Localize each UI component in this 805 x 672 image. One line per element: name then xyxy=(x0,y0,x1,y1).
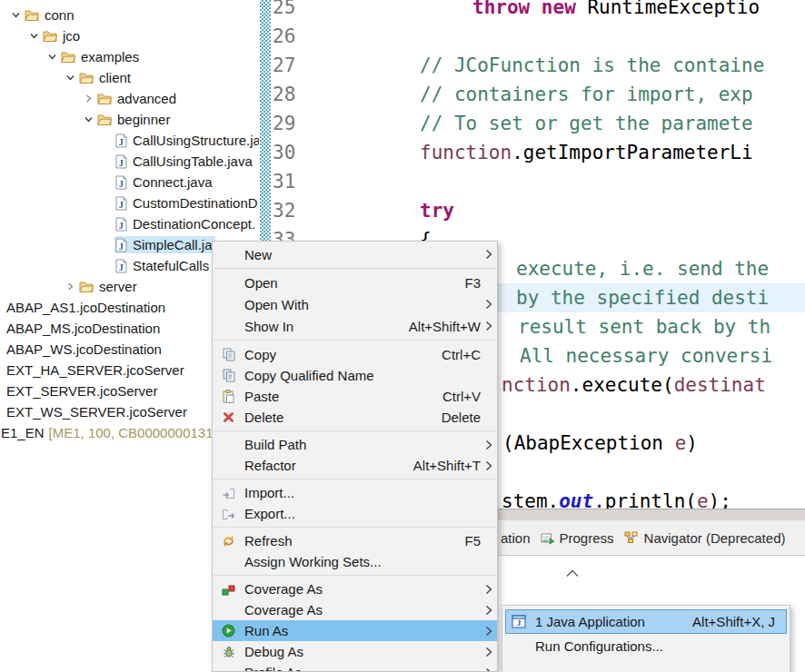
menu-item-copy[interactable]: CopyCtrl+C xyxy=(213,343,497,365)
menu-item-debug-as[interactable]: Debug As xyxy=(213,641,497,662)
tree-item-server[interactable]: server xyxy=(62,276,140,297)
line-number: 26 xyxy=(273,22,309,51)
tree-item-conn[interactable]: conn xyxy=(7,5,77,25)
tree-item-simplecall[interactable]: JSimpleCall.ja xyxy=(98,234,215,255)
chevron-right-icon[interactable] xyxy=(80,92,96,106)
menu-item-profile-as[interactable]: Profile As xyxy=(213,662,497,672)
submenu-arrow-icon xyxy=(481,321,497,331)
tab-declaration-partial[interactable]: ation xyxy=(501,530,531,546)
menu-item-delete[interactable]: DeleteDelete xyxy=(213,407,497,428)
copy-qualified-icon xyxy=(221,369,236,382)
tree-item-abap-ms[interactable]: ABAP_MS.jcoDestination xyxy=(5,318,163,339)
tree-label: EXT_HA_SERVER.jcoServer xyxy=(5,361,187,379)
tree-item-beginner[interactable]: beginner xyxy=(80,109,173,130)
tree-item-advanced[interactable]: advanced xyxy=(80,88,179,109)
tree-item-customdestinationd[interactable]: JCustomDestinationD xyxy=(98,193,261,213)
submenu-arrow-icon xyxy=(481,605,497,616)
debug-icon xyxy=(221,646,236,658)
menu-separator xyxy=(214,268,496,269)
menu-item-open-with[interactable]: Open With xyxy=(213,293,497,315)
tree-item-ext-ws-server[interactable]: EXT_WS_SERVER.jcoServer xyxy=(5,401,190,422)
java-file-icon: J xyxy=(115,217,127,232)
menu-item-label: Debug As xyxy=(244,644,481,659)
submenu-item-run-configurations[interactable]: Run Configurations... xyxy=(505,634,787,658)
tab-label: Navigator (Deprecated) xyxy=(644,530,786,546)
menu-item-import[interactable]: Import... xyxy=(213,482,497,503)
copy-icon xyxy=(221,348,236,361)
menu-separator xyxy=(214,430,496,431)
menu-item-coverage-as-2[interactable]: Coverage As xyxy=(213,599,497,620)
tree-item-callusingtable[interactable]: JCallUsingTable.java xyxy=(98,151,255,172)
code-line: result sent back by th xyxy=(518,312,770,341)
tree-indent-spacer xyxy=(98,238,114,252)
menu-item-shortcut: Alt+Shift+T xyxy=(413,458,481,473)
tree-item-ext-server[interactable]: EXT_SERVER.jcoServer xyxy=(5,380,160,401)
chevron-down-icon[interactable] xyxy=(80,113,96,127)
menu-item-export[interactable]: Export... xyxy=(213,503,497,524)
tree-item-destinationconcept[interactable]: JDestinationConcept. xyxy=(98,213,258,234)
folder-icon xyxy=(79,281,94,293)
tree-item-text: client xyxy=(99,70,131,85)
restore-panel-chevron[interactable] xyxy=(565,565,580,581)
menu-item-refactor[interactable]: RefactorAlt+Shift+T xyxy=(213,455,497,476)
tree-item-connect[interactable]: JConnect.java xyxy=(98,172,215,193)
menu-item-run-as[interactable]: Run As xyxy=(213,620,497,641)
code-segment: ) xyxy=(686,432,698,454)
menu-separator xyxy=(214,340,496,341)
tree-item-statefulcalls[interactable]: JStatefulCalls xyxy=(98,255,212,276)
menu-item-coverage-as-1[interactable]: Coverage As xyxy=(213,578,497,599)
code-line: throw new RuntimeExceptio xyxy=(472,0,760,22)
java-file-icon: J xyxy=(115,259,127,273)
tree-item-callusingstructure[interactable]: JCallUsingStructure.ja xyxy=(98,130,263,151)
tree-item-abap-as1[interactable]: ABAP_AS1.jcoDestination xyxy=(5,297,168,318)
tree-item-text: jco xyxy=(63,28,80,44)
chevron-right-icon[interactable] xyxy=(62,280,78,294)
tree-label: examples xyxy=(60,48,142,65)
menu-item-build-path[interactable]: Build Path xyxy=(213,434,497,455)
code-line: All necessary conversi xyxy=(520,341,772,371)
tree-item-text: Connect.java xyxy=(133,174,213,190)
chevron-down-icon[interactable] xyxy=(44,50,60,64)
svg-text:J: J xyxy=(119,199,124,209)
menu-item-assign-working-sets[interactable]: Assign Working Sets... xyxy=(213,551,497,572)
chevron-down-icon[interactable] xyxy=(7,8,24,23)
run-icon xyxy=(221,624,236,637)
tree-item-text: SimpleCall.ja xyxy=(133,237,213,252)
menu-item-shortcut: Ctrl+V xyxy=(442,389,481,404)
tree-item-client[interactable]: client xyxy=(62,67,134,88)
chevron-down-icon[interactable] xyxy=(62,71,78,85)
tree-label: server xyxy=(78,278,140,295)
submenu-item-java-application[interactable]: J1 Java ApplicationAlt+Shift+X, J xyxy=(505,609,787,634)
java-file-icon: J xyxy=(115,175,127,190)
menu-item-paste[interactable]: PasteCtrl+V xyxy=(213,386,497,407)
tree-label: JCallUsingStructure.ja xyxy=(114,132,263,149)
tree-label: client xyxy=(78,69,134,86)
menu-item-open[interactable]: OpenF3 xyxy=(213,272,497,293)
menu-item-new[interactable]: New xyxy=(213,243,497,265)
code-line: function.getImportParameterLi xyxy=(420,138,753,167)
tree-label: JCallUsingTable.java xyxy=(114,153,255,170)
tree-item-abap-ws[interactable]: ABAP_WS.jcoDestination xyxy=(5,339,164,360)
chevron-down-icon[interactable] xyxy=(25,29,42,44)
submenu-item-shortcut: Alt+Shift+X, J xyxy=(692,614,775,629)
menu-item-refresh[interactable]: RefreshF5 xyxy=(213,530,497,551)
submenu-arrow-icon xyxy=(481,440,497,450)
tree-item-ext-ha-server[interactable]: EXT_HA_SERVER.jcoServer xyxy=(5,360,187,380)
tab-progress[interactable]: Progress xyxy=(541,530,614,546)
tree-item-e1-en[interactable]: E1_EN[ME1, 100, CB0000000131, E xyxy=(0,422,233,443)
tree-item-jco[interactable]: jco xyxy=(25,25,83,46)
menu-item-show-in[interactable]: Show InAlt+Shift+W xyxy=(213,315,497,337)
code-line: // To set or get the paramete xyxy=(420,109,753,138)
tree-item-examples[interactable]: examples xyxy=(44,46,142,67)
tree-item-text: ABAP_MS.jcoDestination xyxy=(6,321,160,336)
submenu-arrow-icon xyxy=(481,249,497,260)
tree-item-text: E1_EN xyxy=(1,425,45,440)
navigator-tab-icon xyxy=(624,531,640,544)
tree-item-text: CallUsingTable.java xyxy=(133,153,253,169)
menu-item-copy-qualified-name[interactable]: Copy Qualified Name xyxy=(213,365,497,386)
tree-indent-spacer xyxy=(98,196,114,211)
menu-item-shortcut: Delete xyxy=(442,410,481,425)
menu-item-label: Open With xyxy=(244,297,481,312)
tab-navigator-deprecated[interactable]: Navigator (Deprecated) xyxy=(624,530,786,546)
folder-icon xyxy=(25,9,39,22)
